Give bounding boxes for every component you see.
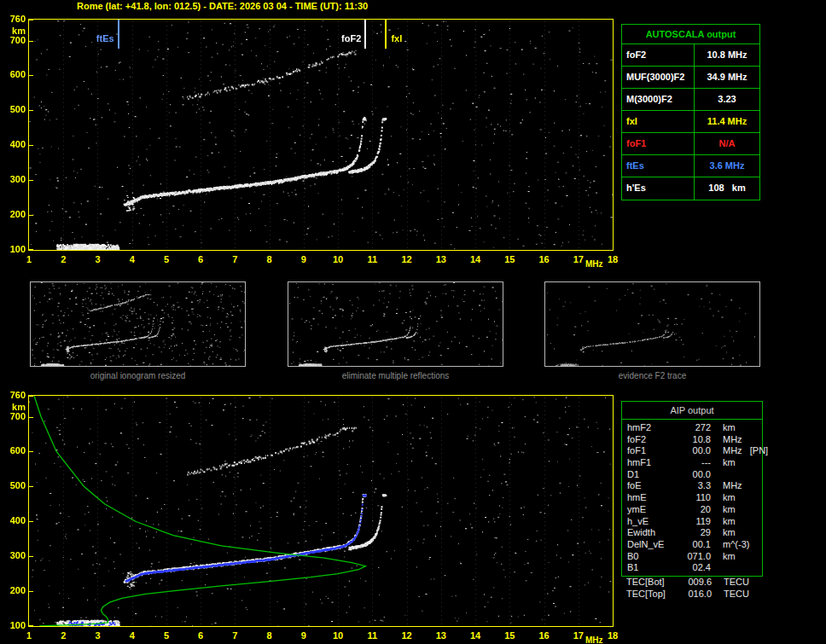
x-axis-tick-label: 2 xyxy=(53,254,73,264)
y-axis-tick-label: 100 xyxy=(0,621,26,630)
top-ionogram-frame: ftEsfoF2fxI xyxy=(28,19,614,251)
x-axis-tick-label: 11 xyxy=(362,254,382,264)
autoscala-param: h'Es xyxy=(622,177,695,200)
aip-value: 119 xyxy=(675,516,711,528)
aip-param: foE xyxy=(622,480,675,492)
x-axis-tick-label: 18 xyxy=(602,254,623,264)
x-axis-unit-label: MHz xyxy=(585,635,603,644)
aip-unit: TECU xyxy=(712,589,749,600)
y-axis-unit-label: km xyxy=(0,26,26,36)
x-axis-tick-label: 2 xyxy=(53,630,73,641)
aip-row-hmF1: hmF1---km xyxy=(622,457,762,469)
aip-row-B1: B102.4 xyxy=(622,562,762,574)
aip-unit: MHz [PN] xyxy=(711,445,768,457)
autoscala-param: fxI xyxy=(622,111,695,132)
y-axis-tick-label: 500 xyxy=(0,481,26,490)
y-axis-tick-label: 400 xyxy=(0,516,26,525)
bottom-ionogram-section: 760700600500400300200100km12345678910111… xyxy=(0,376,655,644)
bottom-ionogram-frame xyxy=(28,395,614,627)
x-axis-tick-label: 8 xyxy=(259,630,280,641)
aip-value: 00.0 xyxy=(675,469,711,481)
aip-row-D1: D100.0 xyxy=(622,469,762,481)
y-axis-tick-label: 760 xyxy=(0,391,26,400)
y-axis-tick-label: 700 xyxy=(0,36,26,45)
autoscala-value: 10.8 MHz xyxy=(695,44,759,66)
aip-param: B1 xyxy=(622,562,675,574)
x-axis-tick-label: 3 xyxy=(87,630,108,641)
x-axis-tick-label: 12 xyxy=(397,630,417,641)
aip-value: 3.3 xyxy=(675,480,711,492)
x-axis-tick-label: 6 xyxy=(190,254,211,264)
autoscala-param: foF2 xyxy=(622,44,695,66)
aip-unit: MHz xyxy=(711,480,742,492)
autoscala-table-title: AUTOSCALA output xyxy=(622,25,759,44)
thumbnail-canvas-eliminate xyxy=(288,282,503,366)
autoscala-param: foF1 xyxy=(622,133,695,154)
foF2-marker-line xyxy=(364,20,366,49)
thumbnail-canvas-original xyxy=(31,282,245,366)
autoscala-value: 34.9 MHz xyxy=(695,67,759,88)
y-axis-tick-label: 300 xyxy=(0,551,26,560)
x-axis-tick-label: 10 xyxy=(328,630,348,641)
x-axis-tick-label: 11 xyxy=(362,630,382,641)
aip-param: hmF1 xyxy=(622,457,675,469)
autoscala-row-MUF(3000)F2: MUF(3000)F234.9 MHz xyxy=(622,67,759,89)
thumbnail-frame xyxy=(288,281,503,367)
autoscala-value: 108 km xyxy=(695,177,759,200)
aip-param: Ewidth xyxy=(622,527,675,539)
aip-rows: hmF2272kmfoF210.8MHzfoF100.0MHz [PN]hmF1… xyxy=(622,420,762,576)
aip-unit: m^(-3) xyxy=(711,539,749,551)
thumbnail-frame xyxy=(30,281,246,367)
aip-param: DelN_vE xyxy=(622,539,675,551)
aip-row-hmE: hmE110km xyxy=(622,492,762,504)
y-axis-tick-label: 300 xyxy=(0,175,26,184)
y-axis-unit-label: km xyxy=(0,403,26,412)
x-axis-tick-label: 4 xyxy=(122,254,143,264)
aip-row-TEC[Top]: TEC[Top]016.0TECU xyxy=(621,589,826,600)
aip-param: h_vE xyxy=(622,516,675,528)
thumbnail-evidence-f2: evidence F2 trace xyxy=(544,281,760,380)
aip-unit: MHz xyxy=(711,434,742,446)
x-axis-tick-label: 12 xyxy=(397,254,417,264)
autoscala-param: ftEs xyxy=(622,155,695,177)
x-axis-tick-label: 1 xyxy=(19,630,39,641)
autoscala-window: Rome (lat: +41.8, lon: 012.5) - DATE: 20… xyxy=(0,0,826,644)
autoscala-row-fxI: fxI11.4 MHz xyxy=(622,111,759,133)
aip-param: foF2 xyxy=(622,434,675,446)
x-axis-tick-label: 5 xyxy=(156,254,177,264)
aip-row-ymE: ymE20km xyxy=(622,504,762,516)
aip-unit: km xyxy=(711,492,736,504)
aip-value: 29 xyxy=(675,527,711,539)
fxI-marker-line xyxy=(385,20,387,49)
x-axis-tick-label: 3 xyxy=(87,254,108,264)
aip-value: 00.1 xyxy=(675,539,711,551)
x-axis-tick-label: 1 xyxy=(19,254,39,264)
autoscala-row-M(3000)F2: M(3000)F23.23 xyxy=(622,89,759,111)
aip-row-foE: foE3.3MHz xyxy=(622,480,762,492)
aip-value: 00.0 xyxy=(675,445,711,457)
bottom-ionogram-canvas xyxy=(29,396,613,626)
aip-row-foF1: foF100.0MHz [PN] xyxy=(622,445,762,457)
aip-value: 20 xyxy=(675,504,711,516)
tec-rows: TEC[Bot]009.6TECUTEC[Top]016.0TECU xyxy=(621,577,826,600)
x-axis-tick-label: 13 xyxy=(431,630,451,641)
aip-value: 110 xyxy=(675,492,711,504)
x-axis-tick-label: 18 xyxy=(602,630,623,641)
y-axis-tick-label: 600 xyxy=(0,70,26,79)
aip-unit: km xyxy=(711,551,736,563)
y-axis-tick-label: 100 xyxy=(0,245,26,254)
aip-param: TEC[Top] xyxy=(621,589,676,600)
aip-unit: km xyxy=(711,527,736,539)
x-axis-tick-label: 16 xyxy=(534,630,555,641)
x-axis-tick-label: 9 xyxy=(294,254,314,264)
autoscala-value: 3.6 MHz xyxy=(695,155,759,177)
x-axis-tick-label: 9 xyxy=(294,630,314,641)
aip-output-table: AIP output hmF2272kmfoF210.8MHzfoF100.0M… xyxy=(621,401,763,577)
aip-row-B0: B0071.0km xyxy=(622,551,762,563)
y-axis-tick-label: 700 xyxy=(0,412,26,421)
thumbnail-eliminate-reflections: eliminate multiple reflections xyxy=(288,281,503,380)
x-axis-tick-label: 15 xyxy=(499,630,520,641)
aip-param: foF1 xyxy=(622,445,675,457)
aip-unit: km xyxy=(711,457,736,469)
top-ionogram-canvas xyxy=(29,20,613,250)
